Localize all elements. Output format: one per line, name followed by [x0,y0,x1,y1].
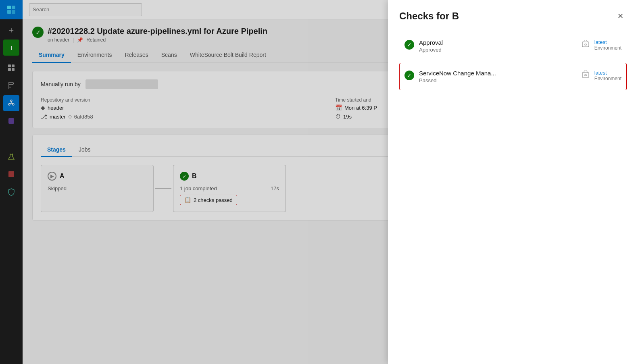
env-icon-servicenow [581,70,590,79]
check-info-servicenow: ServiceNow Change Mana... Passed [419,70,496,83]
svg-rect-17 [582,42,589,47]
check-link-label-servicenow[interactable]: latest [594,70,607,76]
check-info-approval: Approval Approved [419,39,443,53]
check-name-approval: Approval [419,39,443,46]
close-button[interactable]: ✕ [614,10,627,23]
check-left-servicenow: ✓ ServiceNow Change Mana... Passed [404,70,496,83]
check-success-icon-approval: ✓ [404,40,414,50]
check-link-approval: latest Environment [594,39,621,51]
check-success-icon-servicenow: ✓ [404,71,414,80]
panel-header: Checks for B ✕ [399,10,627,23]
check-sub-approval: Approved [419,47,443,53]
check-link-sub-servicenow: Environment [594,76,621,81]
check-name-servicenow: ServiceNow Change Mana... [419,70,496,77]
panel-title: Checks for B [399,10,459,22]
check-right-approval: latest Environment [581,39,621,51]
check-left-approval: ✓ Approval Approved [404,39,443,53]
check-row-approval: ✓ Approval Approved latest Environment [399,32,627,60]
check-link-label-approval[interactable]: latest [594,39,607,45]
check-right-servicenow: latest Environment [581,70,621,81]
svg-rect-18 [585,44,586,45]
svg-rect-19 [582,73,589,77]
check-link-servicenow: latest Environment [594,70,621,81]
env-icon-approval [581,39,590,49]
check-link-sub-approval: Environment [594,45,621,51]
check-row-servicenow: ✓ ServiceNow Change Mana... Passed lates… [399,63,627,90]
checks-panel: Checks for B ✕ ✓ Approval Approved lates… [388,0,638,364]
svg-rect-20 [585,75,586,76]
check-sub-servicenow: Passed [419,77,496,83]
